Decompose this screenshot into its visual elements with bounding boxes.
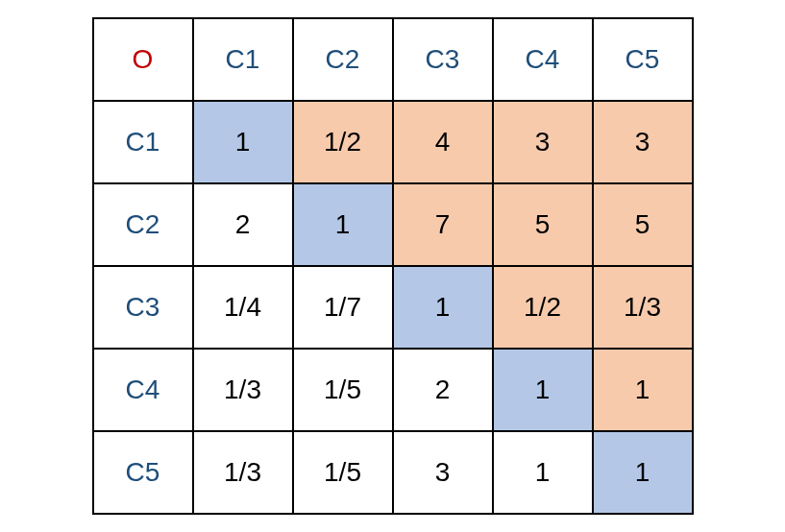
cell-1-1: 1 <box>193 101 293 183</box>
cell-3-2: 1/7 <box>293 266 393 349</box>
cell-5-5: 1 <box>593 431 693 514</box>
cell-4-2: 1/5 <box>293 349 393 431</box>
cell-3-3: 1 <box>393 266 493 349</box>
col-header-c5: C5 <box>593 18 693 101</box>
cell-4-4: 1 <box>493 349 593 431</box>
cell-1-5: 3 <box>593 101 693 183</box>
table-row: C1 1 1/2 4 3 3 <box>93 101 693 183</box>
col-header-c4: C4 <box>493 18 593 101</box>
row-header-c2: C2 <box>93 183 193 266</box>
cell-2-4: 5 <box>493 183 593 266</box>
cell-3-4: 1/2 <box>493 266 593 349</box>
cell-5-3: 3 <box>393 431 493 514</box>
table-row: C2 2 1 7 5 5 <box>93 183 693 266</box>
pairwise-comparison-matrix: O C1 C2 C3 C4 C5 C1 1 1/2 4 3 3 C2 2 1 7… <box>92 17 694 515</box>
cell-5-1: 1/3 <box>193 431 293 514</box>
corner-label: O <box>93 18 193 101</box>
table-row: C5 1/3 1/5 3 1 1 <box>93 431 693 514</box>
header-row: O C1 C2 C3 C4 C5 <box>93 18 693 101</box>
table-row: C4 1/3 1/5 2 1 1 <box>93 349 693 431</box>
cell-1-4: 3 <box>493 101 593 183</box>
cell-1-2: 1/2 <box>293 101 393 183</box>
col-header-c3: C3 <box>393 18 493 101</box>
col-header-c2: C2 <box>293 18 393 101</box>
row-header-c5: C5 <box>93 431 193 514</box>
col-header-c1: C1 <box>193 18 293 101</box>
cell-3-5: 1/3 <box>593 266 693 349</box>
cell-5-2: 1/5 <box>293 431 393 514</box>
cell-4-3: 2 <box>393 349 493 431</box>
row-header-c4: C4 <box>93 349 193 431</box>
table-row: C3 1/4 1/7 1 1/2 1/3 <box>93 266 693 349</box>
cell-4-1: 1/3 <box>193 349 293 431</box>
cell-2-3: 7 <box>393 183 493 266</box>
cell-2-1: 2 <box>193 183 293 266</box>
row-header-c3: C3 <box>93 266 193 349</box>
cell-1-3: 4 <box>393 101 493 183</box>
cell-5-4: 1 <box>493 431 593 514</box>
cell-3-1: 1/4 <box>193 266 293 349</box>
cell-2-2: 1 <box>293 183 393 266</box>
cell-4-5: 1 <box>593 349 693 431</box>
row-header-c1: C1 <box>93 101 193 183</box>
cell-2-5: 5 <box>593 183 693 266</box>
